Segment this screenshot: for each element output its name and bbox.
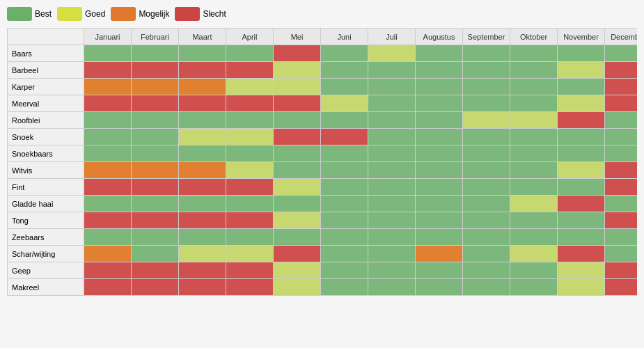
cell-baars-november — [558, 45, 605, 62]
row-label-meerval: Meerval — [8, 95, 84, 112]
cell-karper-mei — [274, 79, 321, 95]
cell-makreel-januari — [84, 279, 132, 296]
cell-makreel-februari — [132, 279, 179, 296]
cell-roofblei-november — [558, 112, 605, 129]
cell-baars-juli — [368, 45, 416, 62]
cell-zeebaars-maart — [179, 229, 226, 246]
cell-barbeel-augustus — [416, 62, 463, 79]
cell-snoekbaars-april — [226, 145, 274, 162]
cell-snoekbaars-september — [463, 145, 510, 162]
cell-snoekbaars-augustus — [416, 145, 463, 162]
cell-fint-augustus — [416, 179, 463, 196]
cell-geep-november — [558, 262, 605, 279]
cell-tong-mei — [274, 212, 321, 229]
cell-snoekbaars-november — [558, 145, 605, 162]
cell-makreel-juli — [368, 279, 416, 296]
cell-tong-februari — [132, 212, 179, 229]
row-label-karper: Karper — [8, 79, 84, 95]
cell-karper-februari — [132, 79, 179, 95]
cell-roofblei-oktober — [510, 112, 558, 129]
legend: BestGoedMogelijkSlecht — [7, 7, 637, 21]
cell-makreel-november — [558, 279, 605, 296]
cell-makreel-maart — [179, 279, 226, 296]
table-row: Gladde haai — [8, 196, 638, 212]
table-row: Baars — [8, 45, 638, 62]
cell-tong-juni — [321, 212, 368, 229]
cell-fint-april — [226, 179, 274, 196]
cell-snoek-februari — [132, 129, 179, 145]
cell-geep-september — [463, 262, 510, 279]
cell-fint-januari — [84, 179, 132, 196]
table-row: Tong — [8, 212, 638, 229]
month-header-mei: Mei — [274, 29, 321, 45]
cell-fint-maart — [179, 179, 226, 196]
cell-scharwijting-juni — [321, 246, 368, 262]
table-row: Witvis — [8, 162, 638, 179]
cell-roofblei-mei — [274, 112, 321, 129]
cell-makreel-december — [605, 279, 638, 296]
cell-gladdehaai-februari — [132, 196, 179, 212]
cell-meerval-december — [605, 95, 638, 112]
cell-geep-maart — [179, 262, 226, 279]
cell-zeebaars-december — [605, 229, 638, 246]
cell-snoekbaars-december — [605, 145, 638, 162]
cell-tong-december — [605, 212, 638, 229]
cell-witvis-december — [605, 162, 638, 179]
cell-gladdehaai-oktober — [510, 196, 558, 212]
cell-tong-januari — [84, 212, 132, 229]
table-row: Fint — [8, 179, 638, 196]
cell-barbeel-februari — [132, 62, 179, 79]
cell-tong-augustus — [416, 212, 463, 229]
cell-zeebaars-januari — [84, 229, 132, 246]
cell-snoek-mei — [274, 129, 321, 145]
row-label-snoek: Snoek — [8, 129, 84, 145]
table-row: Barbeel — [8, 62, 638, 79]
cell-witvis-januari — [84, 162, 132, 179]
cell-baars-april — [226, 45, 274, 62]
cell-snoek-augustus — [416, 129, 463, 145]
cell-baars-maart — [179, 45, 226, 62]
cell-gladdehaai-juni — [321, 196, 368, 212]
cell-roofblei-april — [226, 112, 274, 129]
cell-scharwijting-september — [463, 246, 510, 262]
month-header-februari: Februari — [132, 29, 179, 45]
cell-geep-februari — [132, 262, 179, 279]
cell-roofblei-januari — [84, 112, 132, 129]
row-label-fint: Fint — [8, 179, 84, 196]
month-header-juni: Juni — [321, 29, 368, 45]
cell-baars-augustus — [416, 45, 463, 62]
table-row: Snoek — [8, 129, 638, 145]
cell-barbeel-januari — [84, 62, 132, 79]
cell-tong-juli — [368, 212, 416, 229]
cell-snoekbaars-maart — [179, 145, 226, 162]
cell-snoekbaars-juni — [321, 145, 368, 162]
cell-makreel-juni — [321, 279, 368, 296]
row-label-gladdehaai: Gladde haai — [8, 196, 84, 212]
row-label-roofblei: Roofblei — [8, 112, 84, 129]
cell-meerval-mei — [274, 95, 321, 112]
cell-zeebaars-november — [558, 229, 605, 246]
cell-zeebaars-oktober — [510, 229, 558, 246]
cell-baars-september — [463, 45, 510, 62]
legend-color-slecht — [175, 7, 200, 21]
cell-tong-november — [558, 212, 605, 229]
cell-gladdehaai-november — [558, 196, 605, 212]
cell-meerval-maart — [179, 95, 226, 112]
row-label-witvis: Witvis — [8, 162, 84, 179]
cell-baars-mei — [274, 45, 321, 62]
cell-roofblei-september — [463, 112, 510, 129]
cell-roofblei-februari — [132, 112, 179, 129]
cell-baars-december — [605, 45, 638, 62]
cell-meerval-april — [226, 95, 274, 112]
month-header-november: November — [558, 29, 605, 45]
cell-geep-juli — [368, 262, 416, 279]
cell-meerval-oktober — [510, 95, 558, 112]
cell-karper-november — [558, 79, 605, 95]
cell-baars-februari — [132, 45, 179, 62]
cell-fint-november — [558, 179, 605, 196]
cell-witvis-augustus — [416, 162, 463, 179]
legend-item-best: Best — [7, 7, 52, 21]
month-header-september: September — [463, 29, 510, 45]
cell-gladdehaai-december — [605, 196, 638, 212]
table-row: Makreel — [8, 279, 638, 296]
